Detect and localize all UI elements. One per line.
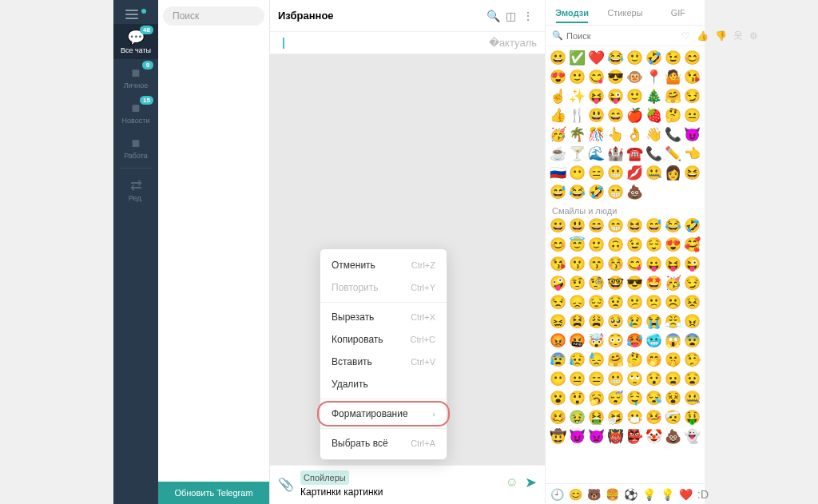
- emoji-cell[interactable]: 😋: [626, 256, 644, 273]
- emoji-cell[interactable]: ❤️: [587, 50, 605, 67]
- emoji-cell[interactable]: 😄: [606, 107, 624, 125]
- emoji-cell[interactable]: 😡: [549, 332, 566, 350]
- emoji-cell[interactable]: 😴: [606, 390, 624, 407]
- emoji-cell[interactable]: 😘: [549, 256, 566, 273]
- emoji-cell[interactable]: 🤩: [645, 275, 663, 292]
- emoji-cell[interactable]: 😊: [684, 50, 701, 67]
- emoji-cell[interactable]: ☝️: [549, 88, 566, 105]
- emoji-cell[interactable]: 🤑: [684, 409, 701, 427]
- emoji-cell[interactable]: ☕: [549, 145, 566, 163]
- emoji-cell[interactable]: 😣: [684, 294, 701, 312]
- emoji-cell[interactable]: 😩: [587, 313, 605, 331]
- emoji-button[interactable]: ☺: [506, 470, 518, 490]
- emoji-cell[interactable]: 🤪: [549, 275, 566, 292]
- emoji-cell[interactable]: 🧐: [587, 275, 605, 292]
- settings-icon[interactable]: ⚙: [748, 30, 760, 42]
- emoji-cell[interactable]: 😁: [606, 184, 624, 201]
- emoji-cell[interactable]: 🙂: [626, 50, 644, 67]
- emoji-cell[interactable]: 😒: [549, 294, 566, 312]
- emoji-cell[interactable]: 😯: [645, 371, 663, 388]
- emoji-cell[interactable]: 😀: [549, 217, 566, 235]
- emoji-category[interactable]: 🐻: [587, 488, 601, 501]
- emoji-cell[interactable]: 😍: [665, 236, 682, 254]
- emoji-cell[interactable]: 😬: [606, 371, 624, 388]
- emoji-cell[interactable]: 🤔: [626, 351, 644, 369]
- emoji-cell[interactable]: 😛: [645, 256, 663, 273]
- emoji-cell[interactable]: 😋: [587, 69, 605, 86]
- sidebar-icon[interactable]: ◫: [502, 10, 519, 22]
- emoji-category[interactable]: 😊: [569, 488, 582, 501]
- emoji-cell[interactable]: 🤤: [626, 390, 644, 407]
- emoji-category[interactable]: 💡: [661, 488, 674, 501]
- emoji-cell[interactable]: 😑: [587, 371, 605, 388]
- emoji-cell[interactable]: 😟: [606, 294, 624, 312]
- emoji-cell[interactable]: 🇷🇺: [549, 165, 566, 182]
- more-icon[interactable]: ⋮: [519, 10, 537, 22]
- emoji-cell[interactable]: ✅: [568, 50, 586, 67]
- emoji-cell[interactable]: 👌: [626, 126, 644, 144]
- emoji-cell[interactable]: 🤧: [606, 409, 624, 427]
- emoji-cell[interactable]: 📍: [645, 69, 663, 86]
- emoji-cell[interactable]: 👆: [606, 126, 624, 144]
- emoji-cell[interactable]: 🤠: [549, 428, 566, 446]
- ctx-delete[interactable]: Удалить: [320, 373, 447, 395]
- emoji-cell[interactable]: 😈: [684, 126, 701, 144]
- emoji-cell[interactable]: 🥳: [549, 126, 566, 144]
- emoji-cell[interactable]: ☎️: [626, 145, 644, 163]
- emoji-category[interactable]: 🕘: [550, 488, 564, 501]
- emoji-cell[interactable]: 🤕: [665, 409, 682, 427]
- emoji-cell[interactable]: 😚: [606, 256, 624, 273]
- ctx-copy[interactable]: КопироватьCtrl+C: [320, 328, 447, 351]
- emoji-cell[interactable]: 😶: [549, 371, 566, 388]
- emoji-cell[interactable]: 😅: [549, 184, 566, 201]
- emoji-cell[interactable]: 😆: [684, 165, 701, 182]
- emoji-cell[interactable]: 😊: [549, 236, 566, 254]
- emoji-cell[interactable]: 💋: [626, 165, 644, 182]
- ctx-paste[interactable]: ВставитьCtrl+V: [320, 351, 447, 373]
- emoji-cell[interactable]: 😐: [684, 107, 701, 125]
- emoji-cell[interactable]: 😈: [568, 428, 586, 446]
- ctx-format[interactable]: Форматирование›: [320, 403, 447, 425]
- emoji-cell[interactable]: 😷: [626, 409, 644, 427]
- emoji-cell[interactable]: 😌: [645, 236, 663, 254]
- rail-all-chats[interactable]: 💬 48 Все чаты: [113, 24, 158, 59]
- emoji-category[interactable]: :D: [697, 488, 709, 501]
- emoji-cell[interactable]: 😫: [568, 313, 586, 331]
- emoji-cell[interactable]: 📞: [645, 145, 663, 163]
- emoji-cell[interactable]: 😀: [549, 50, 566, 67]
- emoji-cell[interactable]: 🤗: [606, 351, 624, 369]
- emoji-cell[interactable]: 😜: [606, 88, 624, 105]
- emoji-cell[interactable]: 😎: [606, 69, 624, 86]
- emoji-cell[interactable]: 🥺: [606, 313, 624, 331]
- rail-work[interactable]: ■ Работа: [113, 129, 158, 165]
- emoji-cell[interactable]: 🎄: [645, 88, 663, 105]
- emoji-cell[interactable]: 🎊: [587, 126, 605, 144]
- emoji-cell[interactable]: 😙: [587, 256, 605, 273]
- emoji-cell[interactable]: 🤥: [684, 351, 701, 369]
- menu-button[interactable]: [125, 5, 146, 24]
- emoji-cell[interactable]: 😂: [568, 184, 586, 201]
- thumbs-down-icon[interactable]: 👎: [713, 30, 729, 42]
- emoji-cell[interactable]: 😁: [606, 217, 624, 235]
- emoji-cell[interactable]: 🤐: [684, 390, 701, 407]
- emoji-cell[interactable]: 😇: [568, 236, 586, 254]
- emoji-cell[interactable]: 🙃: [606, 236, 624, 254]
- emoji-cell[interactable]: 😓: [587, 351, 605, 369]
- emoji-cell[interactable]: 😆: [626, 217, 644, 235]
- emoji-cell[interactable]: 😱: [665, 332, 682, 350]
- emoji-cell[interactable]: 😅: [645, 217, 663, 235]
- emoji-cell[interactable]: 🤗: [665, 88, 682, 105]
- emoji-cell[interactable]: 💩: [665, 428, 682, 446]
- emoji-cell[interactable]: 👿: [587, 428, 605, 446]
- emoji-cell[interactable]: 🥴: [549, 409, 566, 427]
- emoji-cell[interactable]: 🤭: [645, 351, 663, 369]
- emoji-cell[interactable]: 🤯: [587, 332, 605, 350]
- people-icon[interactable]: 웃: [732, 29, 745, 42]
- emoji-cell[interactable]: 👈: [684, 145, 701, 163]
- emoji-cell[interactable]: 🤣: [684, 217, 701, 235]
- emoji-cell[interactable]: 🏰: [606, 145, 624, 163]
- emoji-category[interactable]: ❤️: [679, 488, 693, 501]
- emoji-cell[interactable]: 🤣: [587, 184, 605, 201]
- heart-icon[interactable]: ♡: [680, 30, 692, 42]
- emoji-cell[interactable]: 🙂: [587, 236, 605, 254]
